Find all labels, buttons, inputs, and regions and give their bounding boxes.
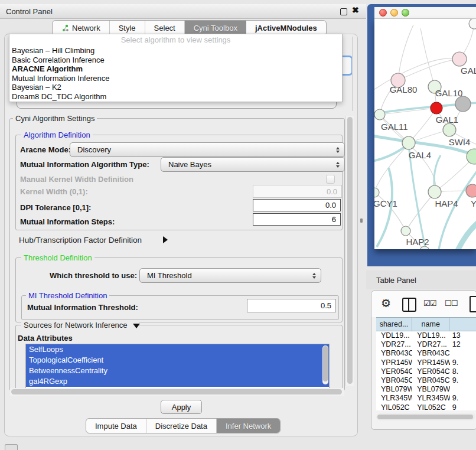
dropdown-item-dream8-dc-tdc-algorithm[interactable]: Dream8 DC_TDC Algorithm	[9, 92, 342, 102]
table-header-row: shared...name	[376, 317, 476, 331]
data-attributes-list: SelfLoopsTopologicalCoefficientBetweenne…	[25, 344, 330, 389]
list-scrollbar	[322, 345, 328, 384]
close-icon[interactable]: ✖	[352, 5, 359, 15]
node-label-gal80: GAL80	[390, 84, 418, 94]
spinner-arrows-icon	[336, 162, 340, 168]
network-node[interactable]	[466, 184, 476, 197]
network-node[interactable]	[401, 226, 410, 236]
mi-threshold-definition-title: MI Threshold Definition	[26, 291, 109, 300]
table-row[interactable]: YDR27...YDR27...12	[376, 340, 476, 349]
dpi-tolerance-input[interactable]: 0.0	[253, 199, 341, 211]
network-node[interactable]	[455, 96, 471, 112]
table-cell: YDR27...	[412, 340, 450, 349]
table-body: YDL19...YDL19...13YDR27...YDR27...12YBR0…	[376, 331, 476, 410]
node-label-gal4: GAL4	[409, 150, 431, 160]
column-header-cut[interactable]	[449, 318, 476, 331]
tab-impute-data[interactable]: Impute Data	[86, 419, 146, 433]
table-row[interactable]: YBL079WYBL079W	[376, 385, 476, 394]
columns-icon[interactable]	[402, 298, 416, 312]
network-node[interactable]	[374, 109, 385, 120]
minimize-traffic-light[interactable]	[390, 9, 398, 17]
node-label-swi4: SWI4	[449, 137, 471, 147]
column-header-name[interactable]: name	[412, 318, 450, 331]
network-window-titlebar[interactable]	[374, 7, 476, 19]
aracne-mode-combo[interactable]: Discovery	[70, 142, 345, 157]
horizontal-scrollbar-thumb[interactable]	[11, 389, 342, 394]
table-cell: YDL19...	[376, 331, 412, 340]
close-traffic-light[interactable]	[379, 9, 387, 17]
tab-label: Network	[72, 24, 100, 32]
spinner-arrows-icon	[312, 273, 316, 279]
table-cell: YPR145W	[376, 358, 412, 367]
select-all-checkboxes-icon[interactable]: ☑☑	[423, 299, 436, 308]
attribute-item-gal4rgexp[interactable]: gal4RGexp	[26, 376, 329, 387]
table-row[interactable]: YER054CYER054C8.	[376, 367, 476, 376]
tab-label: Infer Network	[226, 422, 271, 431]
apply-button[interactable]: Apply	[161, 400, 202, 414]
table-row[interactable]: YBR045CYBR045C9.	[376, 376, 476, 385]
network-canvas[interactable]: GALGAL80GAL10GAL11GAL1SWI4GAL4GCY1HAP4YH…	[374, 19, 476, 249]
network-node[interactable]	[443, 123, 456, 136]
network-node[interactable]	[431, 102, 442, 114]
algorithm-dropdown[interactable]: Select algorithm to view settings Bayesi…	[9, 34, 343, 102]
vertical-scrollbar-thumb[interactable]	[347, 117, 353, 384]
table-row[interactable]: YBR043CYBR043C	[376, 349, 476, 358]
list-scrollbar-thumb[interactable]	[323, 346, 328, 381]
mi-algorithm-type-combo[interactable]: Naive Bayes	[161, 157, 345, 172]
dropdown-item-bayesian-k2[interactable]: Bayesian – K2	[9, 83, 342, 92]
aracne-mode-value: Discovery	[77, 145, 111, 154]
table-row[interactable]: YPR145WYPR145W9.	[376, 358, 476, 367]
sources-title-text: Sources for Network Inference	[24, 321, 128, 330]
collapse-arrow-icon[interactable]	[133, 324, 140, 328]
network-node[interactable]	[467, 149, 476, 164]
tab-label: Style	[119, 24, 136, 32]
table-cell: YBL079W	[412, 385, 450, 394]
tab-infer-network[interactable]: Infer Network	[217, 419, 280, 433]
mi-threshold-input[interactable]: 0.5	[247, 299, 336, 312]
sources-title: Sources for Network Inference	[21, 321, 139, 330]
attribute-item-topologicalcoefficient[interactable]: TopologicalCoefficient	[26, 355, 329, 366]
panel-edge-line	[352, 37, 353, 111]
settings-vertical-scrollbar	[345, 116, 354, 386]
tab-discretize-data[interactable]: Discretize Data	[146, 419, 217, 433]
dropdown-item-mutual-information-inference[interactable]: Mutual Information Inference	[9, 74, 342, 83]
table-toolbar: ⚙ ☑☑ ☐☐	[371, 291, 476, 317]
attribute-item-selfloops[interactable]: SelfLoops	[26, 344, 329, 355]
cyni-settings-group-title: Cyni Algorithm Settings	[13, 114, 97, 123]
table-cell: YDR27...	[376, 340, 412, 349]
table-cell: YIL052C	[376, 403, 412, 411]
panel-divider-grip[interactable]	[360, 219, 363, 223]
table-cell	[450, 385, 476, 394]
network-node[interactable]	[428, 185, 441, 198]
which-threshold-value: MI Threshold	[147, 271, 192, 280]
dropdown-item-bayesian-hill-climbing[interactable]: Bayesian – Hill Climbing	[9, 46, 342, 56]
expand-arrow-icon[interactable]	[163, 236, 168, 243]
table-row[interactable]: YLR345WYLR345W9.	[376, 394, 476, 403]
network-graph[interactable]: GALGAL80GAL10GAL11GAL1SWI4GAL4GCY1HAP4YH…	[374, 19, 476, 249]
gear-icon[interactable]: ⚙	[381, 296, 391, 310]
corner-chip	[5, 444, 18, 450]
hub-transcription-factor-label: Hub/Transcription Factor Definition	[19, 236, 142, 244]
network-icon	[61, 24, 69, 32]
table-row[interactable]: YDL19...YDL19...13	[376, 331, 476, 340]
table-scrollbar-thumb[interactable]	[377, 415, 473, 419]
node-label-gal1: GAL1	[436, 115, 458, 125]
mi-algorithm-type-label: Mutual Information Algorithm Type:	[20, 160, 149, 169]
which-threshold-combo[interactable]: MI Threshold	[139, 268, 321, 283]
network-node[interactable]	[402, 136, 415, 149]
tab-label: Cyni Toolbox	[194, 24, 237, 32]
network-edge-highlighted	[374, 145, 407, 162]
column-header-shared[interactable]: shared...	[376, 318, 412, 331]
table-row[interactable]: YIL052CYIL052C9	[376, 403, 476, 411]
network-node[interactable]	[469, 19, 476, 29]
attribute-item-betweennesscentrality[interactable]: BetweennessCentrality	[26, 366, 329, 376]
dropdown-item-basic-correlation-inference[interactable]: Basic Correlation Inference	[9, 56, 342, 65]
document-icon[interactable]	[470, 296, 476, 312]
network-node[interactable]	[452, 52, 467, 66]
mi-steps-input[interactable]: 6	[253, 213, 341, 226]
float-window-icon[interactable]	[340, 8, 347, 15]
dropdown-item-aracne-algorithm[interactable]: ARACNE Algorithm	[9, 64, 342, 74]
table-cell: YDL19...	[412, 331, 450, 340]
zoom-traffic-light[interactable]	[402, 9, 409, 17]
deselect-all-checkboxes-icon[interactable]: ☐☐	[445, 299, 457, 308]
